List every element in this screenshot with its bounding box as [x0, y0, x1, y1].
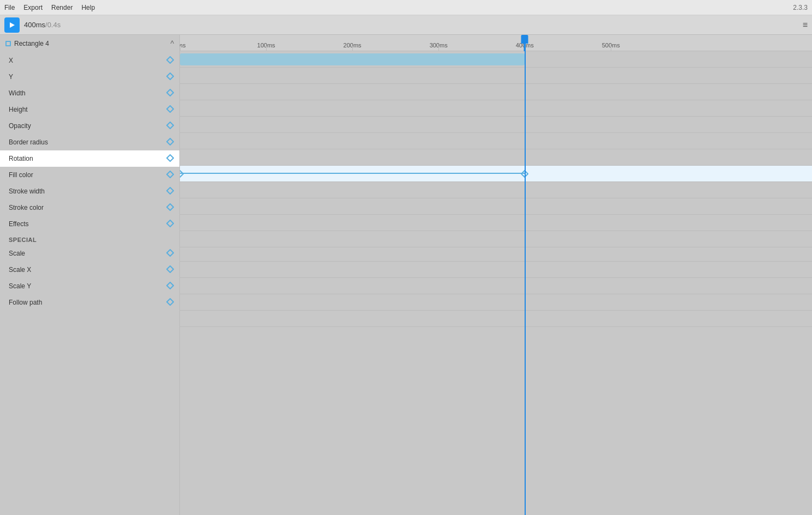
layer-name: Rectangle 4 — [14, 40, 49, 47]
ruler-tick — [611, 46, 611, 51]
timeline-ruler: 0ms100ms200ms300ms400ms500ms — [180, 35, 812, 51]
special-prop-label-scale-x: Scale X — [9, 266, 31, 274]
timeline-prop-row-width — [180, 100, 812, 117]
prop-label-height: Height — [9, 106, 28, 113]
keyframe-line — [180, 173, 525, 174]
svg-marker-17 — [521, 171, 528, 177]
special-diamond-btn-scale-y[interactable] — [166, 282, 174, 291]
special-diamond-btn-scale-x[interactable] — [166, 265, 174, 275]
timeline-prop-row-effects — [180, 231, 812, 247]
prop-label-fill-color: Fill color — [9, 171, 33, 179]
svg-marker-5 — [167, 122, 173, 129]
svg-marker-3 — [167, 89, 173, 96]
prop-row-height: Height — [0, 101, 179, 118]
prop-row-opacity: Opacity — [0, 118, 179, 134]
diamond-btn-y[interactable] — [166, 72, 174, 82]
properties-list: X Y Width Height Opacity Border radius R… — [0, 52, 179, 232]
diamond-btn-effects[interactable] — [166, 220, 174, 229]
timeline-prop-row-stroke-width — [180, 198, 812, 215]
diamond-btn-stroke-color[interactable] — [166, 203, 174, 213]
timeline-prop-row-rotation — [180, 166, 812, 182]
ruler-tick — [266, 46, 267, 51]
menu-bar: File Export Render Help 2.3.3 — [0, 0, 812, 15]
svg-marker-1 — [167, 57, 173, 63]
playback-bar: 400ms/0.4s ≡ — [0, 15, 812, 35]
diamond-btn-x[interactable] — [166, 56, 174, 65]
prop-row-stroke-width: Stroke width — [0, 183, 179, 199]
diamond-btn-border-radius[interactable] — [166, 138, 174, 147]
menu-help[interactable]: Help — [81, 4, 95, 11]
diamond-btn-stroke-width[interactable] — [166, 187, 174, 196]
prop-label-effects: Effects — [9, 220, 28, 228]
special-properties-list: Scale Scale X Scale Y Follow path — [0, 245, 179, 311]
prop-label-width: Width — [9, 89, 26, 97]
prop-label-stroke-color: Stroke color — [9, 204, 44, 211]
prop-label-opacity: Opacity — [9, 122, 31, 130]
special-prop-label-follow-path: Follow path — [9, 299, 42, 306]
svg-marker-0 — [10, 22, 15, 28]
timeline-layer-row — [180, 51, 812, 68]
keyframe-diamond-end[interactable] — [521, 170, 528, 178]
diamond-btn-fill-color[interactable] — [166, 171, 174, 180]
layer-square-icon — [5, 41, 11, 46]
timeline-section-label-row — [180, 247, 812, 262]
timeline-special-prop-row-follow-path — [180, 311, 812, 327]
timeline-rows — [180, 51, 812, 327]
svg-marker-11 — [167, 220, 173, 227]
time-display: 400ms/0.4s — [24, 21, 798, 29]
menu-items: File Export Render Help — [4, 4, 95, 11]
special-prop-row-scale: Scale — [0, 245, 179, 262]
prop-label-stroke-width: Stroke width — [9, 187, 45, 195]
timeline-prop-row-height — [180, 117, 812, 133]
special-prop-label-scale-y: Scale Y — [9, 282, 31, 290]
timeline-panel: 0ms100ms200ms300ms400ms500ms — [180, 35, 812, 515]
ruler-label-0ms: 0ms — [180, 42, 185, 49]
main-area: Rectangle 4 ^ X Y Width Height Opacity B… — [0, 35, 812, 515]
prop-label-x: X — [9, 57, 13, 64]
menu-file[interactable]: File — [4, 4, 15, 11]
hamburger-icon[interactable]: ≡ — [803, 20, 808, 30]
ruler-tick — [180, 46, 181, 51]
ruler-tick — [438, 46, 439, 51]
timeline-special-prop-row-scale — [180, 262, 812, 278]
collapse-button[interactable]: ^ — [170, 39, 174, 48]
timeline-special-prop-row-scale-x — [180, 278, 812, 294]
timeline-prop-row-x — [180, 68, 812, 84]
layer-header[interactable]: Rectangle 4 ^ — [0, 35, 179, 52]
timeline-prop-row-fill-color — [180, 182, 812, 198]
play-button[interactable] — [4, 17, 20, 33]
svg-marker-13 — [167, 266, 173, 272]
special-diamond-btn-scale[interactable] — [166, 249, 174, 258]
layer-timeline-bar — [180, 53, 525, 65]
special-prop-row-follow-path: Follow path — [0, 294, 179, 311]
prop-row-x: X — [0, 52, 179, 69]
diamond-btn-opacity[interactable] — [166, 122, 174, 131]
playhead-ruler-handle[interactable] — [521, 35, 528, 51]
prop-label-rotation: Rotation — [9, 155, 33, 162]
timeline-special-prop-row-scale-y — [180, 294, 812, 311]
svg-marker-9 — [167, 187, 173, 194]
prop-label-border-radius: Border radius — [9, 138, 48, 146]
menu-render[interactable]: Render — [51, 4, 73, 11]
diamond-btn-width[interactable] — [166, 89, 174, 98]
special-diamond-btn-follow-path[interactable] — [166, 298, 174, 307]
prop-row-border-radius: Border radius — [0, 134, 179, 150]
timeline-prop-row-border-radius — [180, 149, 812, 166]
svg-marker-12 — [167, 250, 173, 256]
timeline-prop-row-y — [180, 84, 812, 100]
svg-marker-8 — [167, 171, 173, 178]
prop-row-y: Y — [0, 69, 179, 85]
diamond-btn-rotation[interactable] — [166, 154, 174, 163]
prop-label-y: Y — [9, 73, 13, 81]
svg-marker-6 — [167, 138, 173, 145]
timeline-prop-row-stroke-color — [180, 215, 812, 231]
ruler-tick — [352, 46, 353, 51]
svg-marker-2 — [167, 73, 173, 80]
playhead-handle-bar — [524, 44, 526, 51]
menu-export[interactable]: Export — [23, 4, 43, 11]
svg-marker-7 — [167, 155, 173, 161]
diamond-btn-height[interactable] — [166, 105, 174, 114]
keyframe-diamond-start[interactable] — [180, 170, 184, 178]
version-label: 2.3.3 — [793, 4, 808, 11]
svg-marker-16 — [180, 171, 183, 177]
